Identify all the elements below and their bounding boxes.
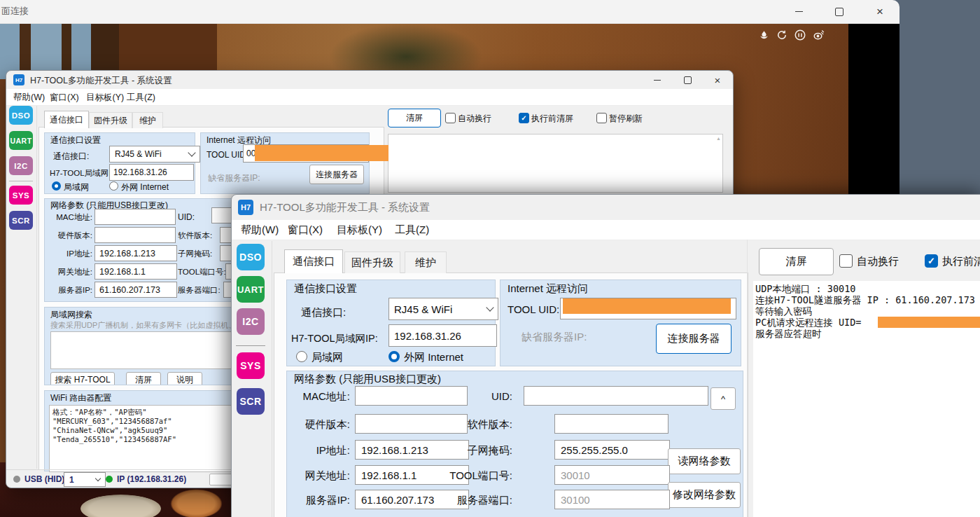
radio-lan[interactable] [296, 351, 307, 362]
back-titlebar[interactable]: H7 H7-TOOL多功能开发工具 - 系统设置 × [6, 71, 733, 89]
lan-ip-field[interactable]: 192.168.31.26 [388, 324, 497, 347]
scroll-up-icon[interactable]: ▲ [716, 136, 721, 141]
autowrap-checkbox[interactable] [839, 254, 853, 268]
radio-lan-label: 局域网 [312, 351, 343, 364]
clear-before-run-checkbox[interactable] [519, 113, 529, 123]
hw-version-field[interactable] [94, 227, 176, 243]
sidebar-item-i2c[interactable]: I2C [9, 156, 33, 175]
collapse-button[interactable]: ^ [710, 387, 736, 410]
clear-screen-button[interactable]: 清屏 [388, 109, 441, 127]
h7-logo-icon: H7 [238, 200, 253, 215]
menu-tools[interactable]: 工具(Z) [395, 223, 429, 237]
field-label: 服务器端口: [178, 285, 220, 296]
sw-version-field[interactable] [554, 414, 668, 434]
menu-targetboard[interactable]: 目标板(Y) [337, 223, 382, 237]
channel-combobox[interactable]: 1 [64, 472, 106, 487]
help-button[interactable]: 说明 [167, 372, 202, 385]
mac-field[interactable] [94, 209, 176, 225]
tab-firmware-upgrade[interactable]: 固件升级 [89, 112, 132, 128]
lan-ip-field[interactable]: 192.168.31.26 [109, 164, 194, 181]
log-console[interactable]: ▲ [388, 134, 723, 193]
server-ip-field[interactable]: 61.160.207.173 [94, 282, 177, 298]
wifi-router-group: WiFi 路由器配置 格式："AP名称"，"AP密码" "MERCURY_603… [44, 390, 233, 471]
sidebar-item-scr[interactable]: SCR [237, 388, 265, 415]
menu-help[interactable]: 帮助(W) [241, 223, 279, 237]
maximize-button[interactable] [828, 0, 850, 23]
tulip-icon[interactable] [758, 29, 770, 41]
netmask-field[interactable]: 255.255.255.0 [554, 440, 670, 460]
field-label: 软件版本: [178, 230, 212, 241]
clear-screen-button[interactable]: 清屏 [759, 248, 834, 275]
sidebar-item-uart[interactable]: UART [9, 131, 33, 150]
pause-icon[interactable] [794, 29, 806, 41]
group-title: 通信接口设置 [294, 282, 357, 296]
menu-window[interactable]: 窗口(X) [288, 223, 323, 237]
server-port-field[interactable]: 30100 [554, 490, 670, 509]
default-server-ip-label: 缺省服务器IP: [208, 172, 260, 184]
wifi-line: "Tenda_265510","123456887AF" [52, 435, 232, 444]
field-label: 服务器端口: [427, 494, 512, 507]
internet-remote-group: Internet 远程访问 TOOL UID: 003 缺省服务器IP: 连接服… [200, 132, 370, 194]
minimize-button[interactable] [647, 71, 668, 89]
interface-value: RJ45 & WiFi [115, 149, 162, 159]
field-label: UID: [427, 390, 512, 402]
tool-port-field[interactable]: 30010 [554, 465, 670, 485]
close-button[interactable]: × [869, 0, 891, 23]
chevron-down-icon [95, 475, 101, 481]
console-line: 服务器应答超时 [755, 328, 980, 339]
menu-tools[interactable]: 工具(Z) [127, 92, 155, 104]
radio-wan[interactable] [388, 351, 400, 362]
tab-comm-interface[interactable]: 通信接口 [284, 249, 343, 273]
sidebar-item-uart[interactable]: UART [237, 276, 265, 303]
menu-targetboard[interactable]: 目标板(Y) [86, 92, 124, 104]
connect-server-button[interactable]: 连接服务器 [656, 324, 732, 354]
sidebar-item-dso[interactable]: DSO [237, 244, 265, 270]
radio-wan[interactable] [109, 181, 118, 191]
tab-firmware-upgrade[interactable]: 固件升级 [344, 251, 400, 273]
back-window-title: H7-TOOL多功能开发工具 - 系统设置 [30, 75, 172, 87]
field-label: 网关地址: [287, 469, 350, 483]
connect-server-button[interactable]: 连接服务器 [309, 165, 364, 184]
menu-window[interactable]: 窗口(X) [50, 92, 79, 104]
pause-refresh-checkbox[interactable] [596, 113, 607, 123]
console-line: 连接H7-TOOL隧道服务器 IP : 61.160.207.173 [755, 294, 980, 305]
radio-lan-label: 局域网 [64, 181, 89, 193]
menu-help[interactable]: 帮助(W) [13, 92, 45, 104]
minimize-button[interactable] [788, 0, 810, 23]
read-network-params-button[interactable]: 读网络参数 [668, 448, 741, 474]
sync-icon[interactable] [776, 29, 788, 41]
sidebar-item-sys[interactable]: SYS [237, 352, 265, 379]
sidebar-item-sys[interactable]: SYS [9, 186, 33, 205]
tab-maintenance[interactable]: 维护 [405, 251, 447, 273]
pause-refresh-label: 暂停刷新 [609, 113, 643, 125]
gateway-field[interactable]: 192.168.1.1 [94, 263, 177, 280]
write-network-params-button[interactable]: 修改网络参数 [668, 482, 741, 508]
uid-field[interactable] [524, 386, 708, 406]
field-label: MAC地址: [287, 390, 350, 404]
comm-settings-group: 通信接口设置 通信接口: RJ45 & WiFi H7-TOOL局域网IP: 1… [286, 280, 496, 366]
search-h7tool-button[interactable]: 搜索 H7-TOOL [50, 372, 115, 385]
sidebar-item-dso[interactable]: DSO [9, 106, 33, 125]
autowrap-label: 自动换行 [857, 255, 899, 268]
tab-maintenance[interactable]: 维护 [132, 112, 163, 128]
field-label: 硬件版本: [287, 418, 350, 432]
tab-comm-interface[interactable]: 通信接口 [44, 111, 89, 128]
clear-button[interactable]: 清屏 [126, 372, 161, 385]
interface-combobox[interactable]: RJ45 & WiFi [109, 146, 200, 163]
clear-before-run-checkbox[interactable] [925, 254, 938, 268]
ip-status-dot [106, 476, 113, 483]
weibo-icon[interactable] [812, 29, 826, 41]
console-line: 等待输入密码 [755, 305, 980, 317]
radio-lan[interactable] [52, 181, 61, 191]
wifi-config-box[interactable]: 格式："AP名称"，"AP密码" "MERCURY_603","12345688… [49, 405, 235, 472]
sidebar-item-i2c[interactable]: I2C [237, 308, 265, 335]
interface-combobox[interactable]: RJ45 & WiFi [388, 298, 498, 320]
front-titlebar[interactable]: H7 H7-TOOL多功能开发工具 - 系统设置 [232, 195, 980, 220]
field-label: 服务器IP: [287, 494, 350, 507]
search-result-box[interactable] [50, 331, 233, 369]
close-button[interactable]: × [706, 71, 729, 89]
maximize-button[interactable] [677, 71, 698, 89]
ip-field[interactable]: 192.168.1.213 [94, 245, 177, 261]
autowrap-checkbox[interactable] [445, 113, 456, 123]
sidebar-item-scr[interactable]: SCR [9, 211, 33, 230]
